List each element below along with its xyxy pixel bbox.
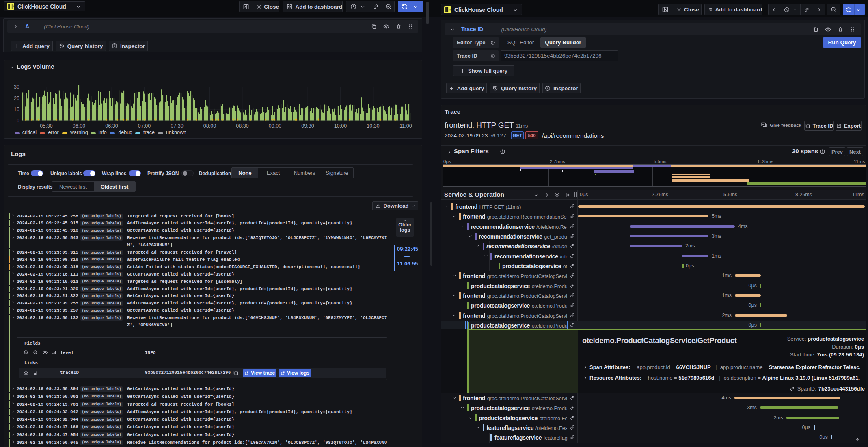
svg-text:05:30: 05:30 <box>40 123 52 129</box>
svg-text:30: 30 <box>14 84 19 90</box>
svg-text:08:00: 08:00 <box>203 123 216 129</box>
svg-text:20: 20 <box>14 95 19 101</box>
svg-text:08:30: 08:30 <box>236 123 248 129</box>
svg-text:09:00: 09:00 <box>269 123 281 129</box>
svg-text:10:00: 10:00 <box>334 123 347 129</box>
svg-text:06:00: 06:00 <box>73 123 85 129</box>
svg-text:09:30: 09:30 <box>301 123 314 129</box>
svg-text:0: 0 <box>17 118 19 124</box>
svg-text:06:30: 06:30 <box>105 123 118 129</box>
svg-text:11:00: 11:00 <box>399 123 412 129</box>
svg-text:10: 10 <box>14 106 19 112</box>
svg-text:10:30: 10:30 <box>367 123 379 129</box>
svg-text:07:00: 07:00 <box>138 123 151 129</box>
svg-text:07:30: 07:30 <box>171 123 183 129</box>
